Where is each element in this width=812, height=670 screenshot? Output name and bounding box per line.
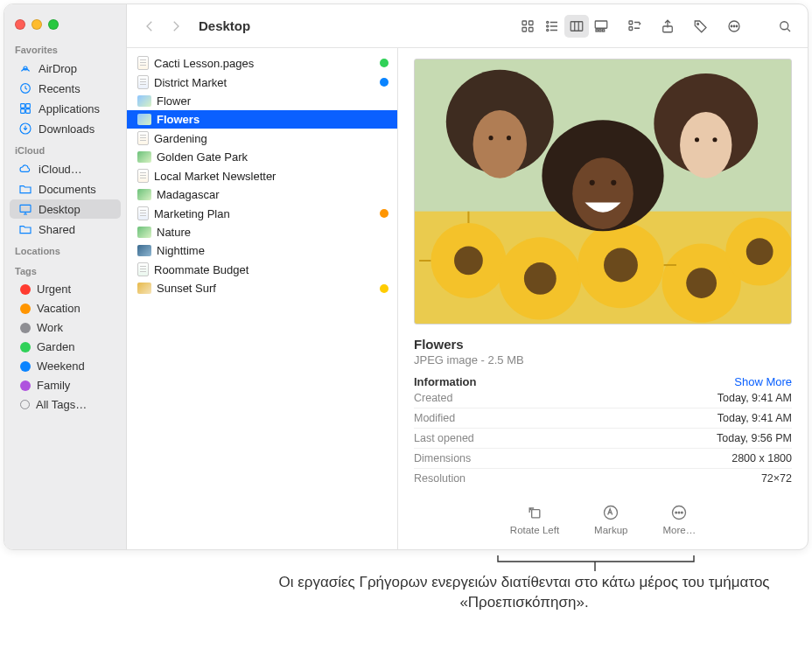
- file-name: Cacti Lesson.pages: [154, 57, 374, 70]
- svg-rect-15: [570, 21, 583, 31]
- svg-point-12: [547, 21, 549, 23]
- file-row[interactable]: Sunset Surf: [127, 279, 397, 297]
- file-row[interactable]: Madagascar: [127, 185, 397, 204]
- svg-rect-2: [21, 104, 25, 108]
- close-window-button[interactable]: [15, 19, 25, 30]
- svg-point-45: [473, 110, 527, 178]
- green-icon: [20, 342, 31, 352]
- sidebar-item-vacation[interactable]: Vacation: [10, 299, 121, 318]
- sidebar-item-recents[interactable]: Recents: [10, 79, 121, 98]
- orange-icon: [20, 304, 31, 314]
- sidebar-item-label: Weekend: [37, 359, 85, 373]
- sidebar-item-airdrop[interactable]: AirDrop: [10, 59, 121, 78]
- group-by-button[interactable]: [622, 15, 647, 38]
- sidebar-item-garden[interactable]: Garden: [10, 338, 121, 356]
- file-row[interactable]: Marketing Plan: [127, 204, 397, 223]
- preview-subtitle: JPEG image - 2.5 MB: [414, 353, 792, 366]
- file-row[interactable]: Flowers: [127, 110, 397, 129]
- file-row[interactable]: Nighttime: [127, 241, 397, 260]
- shared-icon: [18, 222, 32, 236]
- file-name: Golden Gate Park: [157, 150, 388, 164]
- file-row[interactable]: Local Market Newsletter: [127, 166, 397, 185]
- sidebar-item-label: Desktop: [38, 203, 80, 216]
- forward-button[interactable]: [164, 15, 188, 38]
- info-row: CreatedToday, 9:41 AM: [414, 388, 792, 408]
- svg-point-27: [736, 25, 738, 27]
- info-key: Resolution: [414, 472, 466, 485]
- svg-point-14: [547, 29, 549, 31]
- file-row[interactable]: Cacti Lesson.pages: [127, 53, 397, 73]
- docfolder-icon: [18, 182, 32, 196]
- sidebar-item-icloud-[interactable]: iCloud…: [10, 159, 121, 178]
- quick-action-markup[interactable]: Markup: [594, 504, 627, 535]
- file-tag-dot: [380, 59, 388, 67]
- file-name: Roommate Budget: [154, 263, 388, 276]
- quick-action-more[interactable]: More…: [662, 504, 696, 535]
- more-actions-button[interactable]: [722, 15, 746, 38]
- gallery-view-button[interactable]: [589, 15, 613, 38]
- sidebar-item-family[interactable]: Family: [10, 376, 121, 394]
- file-name: Flower: [157, 94, 388, 108]
- tags-button[interactable]: [689, 15, 713, 38]
- file-row[interactable]: Golden Gate Park: [127, 148, 397, 166]
- file-row[interactable]: Roommate Budget: [127, 260, 397, 279]
- sidebar-item-urgent[interactable]: Urgent: [10, 280, 121, 298]
- file-icon: [137, 114, 151, 125]
- sidebar-section-header: Tags: [4, 264, 126, 279]
- info-key: Last opened: [414, 432, 474, 444]
- svg-rect-5: [26, 109, 31, 114]
- svg-point-59: [676, 512, 677, 513]
- info-rows: CreatedToday, 9:41 AMModifiedToday, 9:41…: [414, 388, 792, 488]
- share-button[interactable]: [655, 15, 680, 38]
- icon-view-button[interactable]: [515, 15, 540, 38]
- sidebar-item-work[interactable]: Work: [10, 318, 121, 337]
- callout-bracket: [497, 555, 695, 572]
- svg-point-13: [547, 24, 549, 26]
- svg-point-61: [682, 512, 683, 513]
- info-value: 72×72: [761, 472, 792, 485]
- svg-point-37: [686, 268, 717, 298]
- svg-rect-3: [26, 104, 31, 108]
- main-area: Desktop Cacti Lesson.pagesDistrict Marke…: [127, 4, 808, 549]
- file-row[interactable]: Gardening: [127, 129, 397, 148]
- back-button[interactable]: [137, 15, 162, 38]
- sidebar-item-shared[interactable]: Shared: [10, 220, 121, 239]
- quick-action-rotate[interactable]: Rotate Left: [510, 504, 559, 535]
- sidebar-item-downloads[interactable]: Downloads: [10, 119, 121, 138]
- preview-title: Flowers: [414, 337, 792, 352]
- sidebar-section-header: Favorites: [4, 43, 126, 58]
- sidebar-item-desktop[interactable]: Desktop: [10, 199, 121, 219]
- sidebar-item-documents[interactable]: Documents: [10, 179, 121, 199]
- sidebar-item-applications[interactable]: Applications: [10, 99, 121, 118]
- file-icon: [137, 262, 149, 276]
- svg-rect-11: [529, 27, 534, 31]
- quick-actions-bar: Rotate LeftMarkupMore…: [414, 504, 792, 546]
- file-row[interactable]: Nature: [127, 223, 397, 241]
- file-icon: [137, 75, 149, 89]
- sidebar-item-all-tags-[interactable]: All Tags…: [10, 395, 121, 414]
- quick-action-label: Markup: [594, 525, 627, 535]
- sidebar-item-label: Shared: [38, 223, 75, 236]
- file-icon: [137, 56, 149, 70]
- svg-point-60: [678, 512, 680, 513]
- sidebar-item-weekend[interactable]: Weekend: [10, 357, 121, 375]
- svg-point-51: [611, 180, 616, 185]
- show-more-link[interactable]: Show More: [734, 375, 792, 388]
- file-row[interactable]: District Market: [127, 73, 397, 92]
- search-button[interactable]: [773, 15, 797, 38]
- svg-rect-19: [603, 29, 605, 31]
- sidebar-item-label: Garden: [37, 340, 74, 353]
- info-row: Dimensions2800 x 1800: [414, 449, 792, 469]
- column-view-button[interactable]: [564, 15, 589, 38]
- file-icon: [137, 227, 151, 238]
- minimize-window-button[interactable]: [32, 19, 42, 30]
- svg-point-23: [697, 23, 699, 24]
- fullscreen-window-button[interactable]: [48, 19, 59, 30]
- file-tag-dot: [380, 209, 388, 218]
- list-view-button[interactable]: [540, 15, 564, 38]
- recents-icon: [18, 81, 32, 95]
- svg-rect-10: [522, 27, 527, 31]
- svg-rect-16: [595, 21, 607, 28]
- sidebar-item-label: AirDrop: [38, 62, 77, 75]
- file-row[interactable]: Flower: [127, 92, 397, 110]
